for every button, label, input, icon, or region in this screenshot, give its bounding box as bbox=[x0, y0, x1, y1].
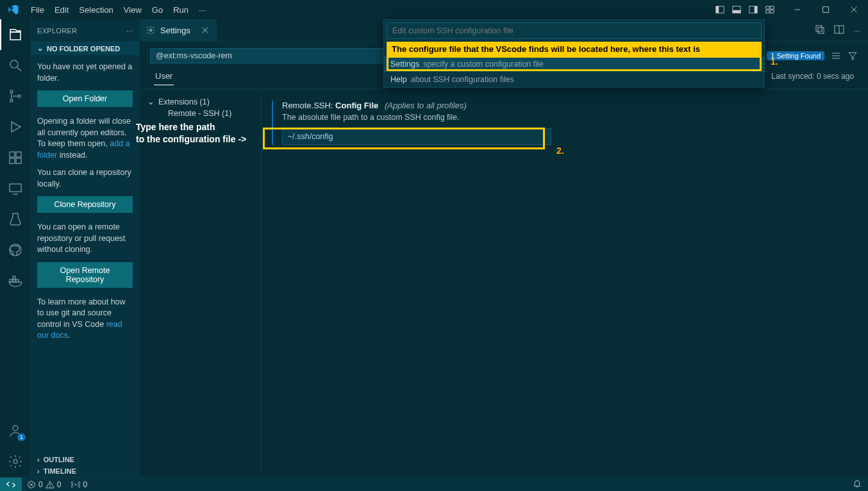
palette-input[interactable] bbox=[387, 22, 762, 39]
annotation-label-2: 2. bbox=[556, 146, 564, 156]
svg-rect-3 bbox=[733, 10, 740, 13]
menu-view[interactable]: View bbox=[119, 2, 147, 18]
gear-icon bbox=[146, 26, 155, 35]
window-close-icon[interactable] bbox=[840, 0, 868, 19]
svg-point-50 bbox=[76, 484, 77, 485]
more-actions-icon[interactable]: ··· bbox=[853, 26, 860, 35]
svg-rect-22 bbox=[10, 158, 15, 163]
nofolder-label: NO FOLDER OPENED bbox=[47, 45, 120, 53]
svg-line-15 bbox=[17, 67, 21, 71]
menu-run[interactable]: Run bbox=[168, 2, 194, 18]
activity-settings-icon[interactable] bbox=[0, 446, 31, 477]
menu-edit[interactable]: Edit bbox=[49, 2, 74, 18]
command-palette: The configure file that the VScode finds… bbox=[383, 19, 765, 88]
settings-turn-sync-icon[interactable] bbox=[831, 51, 841, 61]
sidebar-more-icon[interactable]: ··· bbox=[126, 27, 133, 35]
outline-remote-ssh[interactable]: Remote - SSH (1) bbox=[140, 108, 261, 119]
status-warnings-count: 0 bbox=[57, 480, 62, 489]
activity-remote-icon[interactable] bbox=[0, 173, 31, 204]
activity-explorer-icon[interactable] bbox=[0, 19, 31, 50]
tab-label: Settings bbox=[160, 26, 190, 35]
layout-primary-sidebar-icon[interactable] bbox=[712, 0, 728, 19]
svg-rect-5 bbox=[755, 6, 757, 13]
titlebar: File Edit Selection View Go Run ··· bbox=[0, 0, 868, 19]
layout-secondary-sidebar-icon[interactable] bbox=[745, 0, 762, 19]
tab-settings[interactable]: Settings bbox=[140, 19, 217, 41]
svg-rect-37 bbox=[818, 28, 824, 33]
accounts-badge: 1 bbox=[17, 433, 26, 441]
activity-accounts-icon[interactable]: 1 bbox=[0, 415, 31, 446]
setting-applies: (Applies to all profiles) bbox=[385, 101, 467, 110]
open-settings-json-icon[interactable] bbox=[815, 24, 825, 37]
outline-extensions[interactable]: ⌄Extensions (1) bbox=[140, 96, 261, 108]
chevron-right-icon: › bbox=[37, 456, 40, 463]
statusbar: 0 0 0 bbox=[0, 477, 868, 491]
sb-text-2: Opening a folder will close all currentl… bbox=[37, 116, 133, 161]
sb-text-3: You can clone a repository locally. bbox=[37, 167, 133, 190]
settings-filter-icon[interactable] bbox=[847, 51, 858, 61]
svg-point-18 bbox=[18, 95, 21, 97]
menu-go[interactable]: Go bbox=[147, 2, 168, 18]
tab-actions: ··· bbox=[815, 19, 868, 41]
annotation-label-1: 1. bbox=[771, 56, 778, 67]
split-editor-icon[interactable] bbox=[834, 24, 844, 37]
setting-description: The absolute file path to a custom SSH c… bbox=[282, 113, 858, 122]
layout-controls bbox=[712, 0, 778, 19]
vscode-logo-icon bbox=[8, 4, 19, 15]
svg-rect-7 bbox=[771, 6, 774, 9]
svg-rect-8 bbox=[766, 10, 769, 13]
clone-repo-button[interactable]: Clone Repository bbox=[37, 196, 133, 213]
svg-point-16 bbox=[10, 90, 13, 93]
setting-remote-ssh-configfile: Remote.SSH: Config File (Applies to all … bbox=[272, 101, 858, 145]
status-remote-icon[interactable] bbox=[0, 478, 22, 492]
svg-marker-19 bbox=[12, 122, 21, 132]
status-ports[interactable]: 0 bbox=[66, 480, 92, 489]
menu-file[interactable]: File bbox=[26, 2, 49, 18]
activitybar: 1 bbox=[0, 19, 31, 477]
palette-row-settings[interactable]: Settingsspecify a custom configuration f… bbox=[384, 56, 764, 72]
settings-outline: ⌄Extensions (1) Remote - SSH (1) Type he… bbox=[140, 89, 262, 477]
menu-selection[interactable]: Selection bbox=[74, 2, 118, 18]
svg-point-32 bbox=[13, 460, 17, 463]
scope-user-tab[interactable]: User bbox=[154, 67, 174, 85]
window-minimize-icon[interactable] bbox=[783, 0, 812, 19]
status-errors-count: 0 bbox=[38, 480, 43, 489]
status-problems[interactable]: 0 0 bbox=[22, 480, 66, 489]
activity-docker-icon[interactable] bbox=[0, 265, 31, 296]
activity-github-icon[interactable] bbox=[0, 235, 31, 265]
activity-scm-icon[interactable] bbox=[0, 81, 31, 112]
tab-close-icon[interactable] bbox=[201, 26, 210, 35]
svg-marker-43 bbox=[849, 53, 856, 60]
svg-rect-9 bbox=[771, 10, 774, 13]
menu-more[interactable]: ··· bbox=[194, 2, 211, 18]
nofolder-header[interactable]: ⌄ NO FOLDER OPENED bbox=[31, 42, 139, 55]
editor-area: Settings ··· 1 Setting Found User Last s… bbox=[140, 19, 868, 477]
svg-rect-24 bbox=[10, 184, 21, 192]
timeline-section[interactable]: ›TIMELINE bbox=[31, 465, 139, 477]
settings-content: Remote.SSH: Config File (Applies to all … bbox=[262, 89, 868, 477]
svg-rect-20 bbox=[10, 152, 15, 157]
setting-name: Config File bbox=[335, 101, 378, 110]
open-folder-button[interactable]: Open Folder bbox=[37, 90, 133, 107]
activity-debug-icon[interactable] bbox=[0, 112, 31, 142]
sb-text-1: You have not yet opened a folder. bbox=[37, 62, 133, 84]
setting-configfile-input[interactable] bbox=[282, 128, 551, 145]
menu-bar: File Edit Selection View Go Run ··· bbox=[26, 2, 211, 18]
svg-point-49 bbox=[49, 487, 50, 487]
sidebar-title: EXPLORER bbox=[37, 27, 77, 35]
activity-extensions-icon[interactable] bbox=[0, 142, 31, 173]
layout-panel-icon[interactable] bbox=[728, 0, 745, 19]
chevron-right-icon: › bbox=[37, 467, 40, 475]
layout-customize-icon[interactable] bbox=[762, 0, 778, 19]
activity-testing-icon[interactable] bbox=[0, 204, 31, 235]
svg-point-33 bbox=[149, 29, 152, 31]
open-remote-repo-button[interactable]: Open Remote Repository bbox=[37, 262, 133, 288]
palette-row-help[interactable]: Helpabout SSH configuration files bbox=[384, 72, 764, 87]
status-notifications-icon[interactable] bbox=[853, 479, 868, 490]
outline-section[interactable]: ›OUTLINE bbox=[31, 454, 139, 465]
svg-rect-23 bbox=[16, 158, 21, 163]
activity-search-icon[interactable] bbox=[0, 50, 31, 81]
window-maximize-icon[interactable] bbox=[812, 0, 840, 19]
svg-point-31 bbox=[13, 426, 18, 431]
setting-namespace: Remote.SSH: bbox=[282, 101, 333, 110]
